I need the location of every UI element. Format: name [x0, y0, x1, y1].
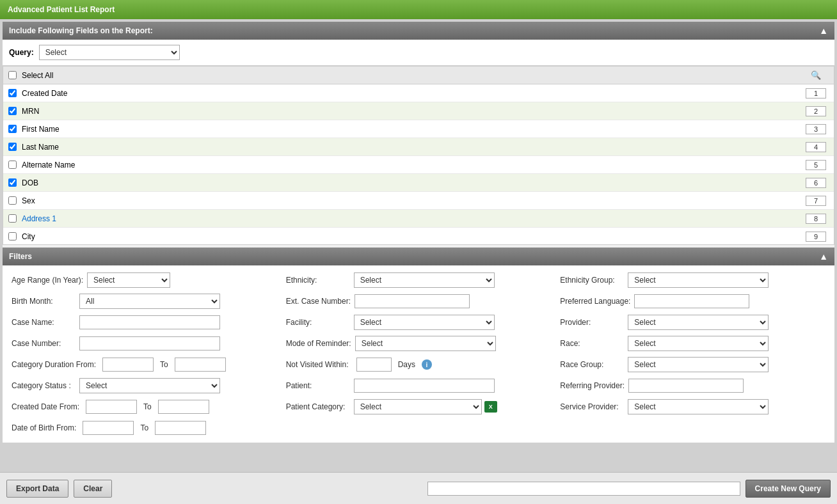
filter-service-provider: Service Provider: Select — [560, 398, 825, 415]
filter-birth-month: Birth Month: All — [12, 293, 277, 310]
field-link-address1[interactable]: Address 1 — [22, 214, 56, 223]
filter-label-ethnicity: Ethnicity: — [286, 276, 350, 285]
filter-ethnicity-group: Ethnicity Group: Select — [560, 272, 825, 288]
field-checkbox-first-name[interactable] — [8, 125, 17, 133]
new-query-input[interactable] — [427, 482, 740, 496]
filter-created-date-from: Created Date From: To — [12, 398, 277, 415]
dob-from-input[interactable] — [83, 421, 134, 435]
field-order-created-date[interactable] — [806, 88, 826, 98]
filter-race: Race: Select — [560, 335, 825, 352]
field-search-button[interactable]: 🔍 — [808, 70, 824, 80]
filter-input-referring-provider — [628, 379, 825, 393]
field-order-dob[interactable] — [806, 178, 826, 188]
filter-ext-case-number: Ext. Case Number: — [286, 293, 552, 310]
field-order-address1[interactable] — [806, 214, 826, 224]
preferred-language-input[interactable] — [634, 294, 749, 308]
patient-input[interactable] — [354, 379, 495, 393]
cat-duration-from-input[interactable] — [102, 358, 154, 372]
field-checkbox-dob[interactable] — [8, 178, 17, 187]
field-order-mrn[interactable] — [806, 106, 826, 116]
filter-input-preferred-language — [634, 294, 825, 308]
field-order-alternate-name[interactable] — [806, 160, 826, 170]
filter-label-ethnicity-group: Ethnicity Group: — [560, 276, 624, 285]
field-checkbox-created-date[interactable] — [8, 89, 17, 97]
clear-button[interactable]: Clear — [74, 480, 112, 498]
excel-icon[interactable]: X — [484, 401, 497, 413]
create-new-query-button[interactable]: Create New Query — [745, 480, 831, 498]
not-visited-info-icon[interactable]: i — [422, 359, 432, 370]
cat-duration-to-label: To — [160, 360, 168, 369]
app-title-bar: Advanced Patient List Report — [0, 0, 837, 19]
filter-label-dob-from: Date of Birth From: — [12, 423, 76, 432]
filter-input-cat-status: Select — [79, 378, 277, 393]
filter-label-created-date-from: Created Date From: — [12, 402, 79, 411]
field-order-first-name[interactable] — [806, 124, 826, 134]
filter-label-birth-month: Birth Month: — [12, 297, 76, 306]
filter-input-race: Select — [628, 336, 825, 351]
race-group-select[interactable]: Select — [628, 357, 769, 372]
filter-race-group: Race Group: Select — [560, 356, 825, 373]
filter-input-provider: Select — [628, 315, 825, 330]
field-checkbox-sex[interactable] — [8, 196, 17, 205]
filter-label-patient-category: Patient Category: — [286, 402, 350, 411]
filter-input-case-name — [79, 315, 277, 329]
referring-provider-input[interactable] — [628, 379, 744, 393]
field-checkbox-mrn[interactable] — [8, 107, 17, 115]
cat-status-select[interactable]: Select — [79, 378, 220, 393]
bottom-bar: Export Data Clear Create New Query — [0, 472, 837, 504]
filter-ethnicity: Ethnicity: Select — [286, 272, 552, 288]
select-all-checkbox[interactable] — [8, 71, 17, 79]
ethnicity-select[interactable]: Select — [354, 272, 495, 288]
include-collapse-icon[interactable]: ▲ — [819, 26, 828, 36]
ext-case-number-input[interactable] — [355, 294, 470, 308]
field-order-city[interactable] — [806, 232, 826, 242]
app-title: Advanced Patient List Report — [8, 5, 115, 14]
filter-input-patient-category: Select X — [354, 399, 552, 414]
field-checkbox-address1[interactable] — [8, 214, 17, 223]
field-order-sex[interactable] — [806, 196, 826, 206]
field-order-last-name[interactable] — [806, 142, 826, 152]
patient-category-select[interactable]: Select — [354, 399, 482, 414]
export-data-button[interactable]: Export Data — [6, 480, 68, 498]
filter-cat-status: Category Status : Select — [12, 377, 277, 394]
filters-body: Age Range (In Year): Select Birth Month:… — [3, 265, 834, 443]
filter-label-race: Race: — [560, 339, 624, 348]
field-checkbox-city[interactable] — [8, 232, 17, 240]
field-label-mrn: MRN — [22, 107, 803, 116]
service-provider-select[interactable]: Select — [628, 399, 769, 414]
field-checkbox-alternate-name[interactable] — [8, 161, 17, 169]
filters-section-title: Filters — [9, 252, 32, 261]
ethnicity-group-select[interactable]: Select — [628, 272, 769, 288]
birth-month-select[interactable]: All — [79, 294, 220, 309]
select-all-label: Select All — [22, 71, 803, 80]
filter-label-cat-duration: Category Duration From: — [12, 360, 96, 369]
age-range-select[interactable]: Select — [87, 272, 170, 288]
field-label-city: City — [22, 232, 803, 241]
not-visited-input[interactable] — [356, 358, 392, 372]
dob-to-input[interactable] — [155, 421, 206, 435]
case-number-input[interactable] — [79, 336, 220, 350]
filter-label-cat-status: Category Status : — [12, 381, 76, 390]
filter-label-patient: Patient: — [286, 381, 350, 390]
filters-collapse-icon[interactable]: ▲ — [819, 251, 828, 262]
filter-input-patient — [354, 379, 552, 393]
provider-select[interactable]: Select — [628, 315, 769, 330]
include-section-title: Include Following Fields on the Report: — [9, 26, 153, 35]
dob-to-label: To — [140, 423, 148, 432]
filters-col1: Age Range (In Year): Select Birth Month:… — [12, 272, 277, 436]
race-select[interactable]: Select — [628, 336, 769, 351]
case-name-input[interactable] — [79, 315, 220, 329]
filter-label-age-range: Age Range (In Year): — [12, 276, 83, 285]
cat-duration-to-input[interactable] — [175, 358, 226, 372]
filter-input-race-group: Select — [628, 357, 825, 372]
filter-cat-duration: Category Duration From: To — [12, 356, 277, 373]
facility-select[interactable]: Select — [354, 315, 495, 330]
query-row: Query: Select — [3, 40, 834, 66]
mode-of-reminder-select[interactable]: Select — [355, 336, 496, 351]
created-date-to-input[interactable] — [158, 400, 209, 414]
query-select[interactable]: Select — [39, 45, 180, 60]
created-date-from-input[interactable] — [86, 400, 137, 414]
filter-input-ethnicity: Select — [354, 272, 552, 288]
filter-label-facility: Facility: — [286, 318, 350, 327]
field-checkbox-last-name[interactable] — [8, 143, 17, 151]
